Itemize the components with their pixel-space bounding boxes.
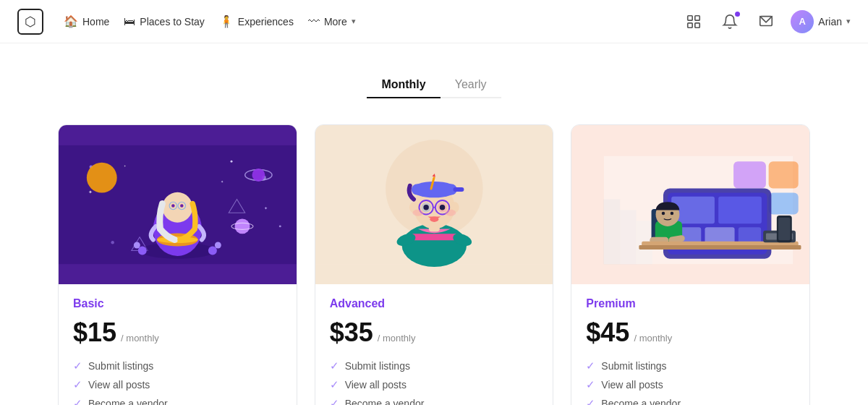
svg-point-52 <box>423 205 428 210</box>
experiences-icon: 🧍 <box>219 14 234 28</box>
chevron-down-icon: ▾ <box>352 17 356 26</box>
nav-label-places: Places to Stay <box>140 16 205 27</box>
svg-point-85 <box>671 212 673 215</box>
nav-item-experiences[interactable]: 🧍 Experiences <box>219 14 294 28</box>
svg-rect-44 <box>453 187 464 192</box>
home-icon: 🏠 <box>64 14 78 28</box>
feature-label: Submit listings <box>88 360 153 372</box>
billing-toggle: Monthly Yearly <box>58 72 810 98</box>
feature-label: View all posts <box>345 379 407 391</box>
notifications-button[interactable] <box>718 10 741 33</box>
svg-point-57 <box>412 210 423 216</box>
plan-body-advanced: Advanced $35 / monthly ✓ Submit listings… <box>315 284 553 405</box>
user-avatar[interactable]: A Arian ▾ <box>791 10 851 33</box>
svg-rect-87 <box>639 245 801 250</box>
feature-label: Become a vendor <box>601 398 681 405</box>
check-icon: ✓ <box>586 397 595 405</box>
svg-rect-64 <box>733 161 766 188</box>
message-icon <box>758 14 774 30</box>
list-item: ✓ Submit listings <box>330 359 539 372</box>
price-amount-basic: $15 <box>73 317 116 348</box>
check-icon: ✓ <box>73 397 82 405</box>
grid-button[interactable] <box>682 10 705 33</box>
toggle-tabs: Monthly Yearly <box>367 72 501 98</box>
svg-rect-67 <box>769 193 799 215</box>
list-item: ✓ Become a vendor <box>330 397 539 405</box>
plan-name-advanced: Advanced <box>330 297 539 310</box>
svg-point-58 <box>445 210 456 216</box>
bed-icon: 🛏 <box>124 15 135 28</box>
svg-rect-75 <box>718 197 762 223</box>
svg-rect-0 <box>688 15 692 20</box>
price-amount-premium: $45 <box>586 317 629 348</box>
nav-label-home: Home <box>82 16 109 27</box>
svg-text:✦: ✦ <box>88 189 93 195</box>
feature-label: Become a vendor <box>345 398 425 405</box>
list-item: ✓ View all posts <box>73 378 282 391</box>
svg-point-21 <box>171 204 174 207</box>
list-item: ✓ Become a vendor <box>73 397 282 405</box>
svg-point-8 <box>231 161 233 163</box>
check-icon: ✓ <box>330 378 339 391</box>
feature-label: Become a vendor <box>88 398 168 405</box>
plan-card-premium: Premium $45 / monthly ✓ Submit listings … <box>571 124 810 405</box>
feature-label: View all posts <box>88 379 150 391</box>
price-amount-advanced: $35 <box>330 317 373 348</box>
plan-name-premium: Premium <box>586 297 795 310</box>
svg-rect-2 <box>688 22 692 27</box>
list-item: ✓ View all posts <box>330 378 539 391</box>
navbar: ⬡ 🏠 Home 🛏 Places to Stay 🧍 Experiences … <box>0 0 868 43</box>
tab-monthly[interactable]: Monthly <box>367 72 440 98</box>
plan-image-basic: ✦ ✦ ✦ ✦ <box>59 125 297 284</box>
plan-name-basic: Basic <box>73 297 282 310</box>
svg-point-13 <box>87 163 117 193</box>
svg-point-84 <box>662 212 665 215</box>
feature-label: Submit listings <box>601 360 666 372</box>
list-item: ✓ Submit listings <box>73 359 282 372</box>
grid-icon <box>686 14 702 30</box>
logo[interactable]: ⬡ <box>17 9 43 35</box>
svg-point-53 <box>439 205 444 210</box>
check-icon: ✓ <box>330 359 339 372</box>
svg-rect-43 <box>412 184 457 195</box>
nav-links: 🏠 Home 🛏 Places to Stay 🧍 Experiences 〰 … <box>64 14 356 28</box>
navbar-left: ⬡ 🏠 Home 🛏 Places to Stay 🧍 Experiences … <box>17 9 356 35</box>
nav-item-home[interactable]: 🏠 Home <box>64 14 109 28</box>
avatar-initials: A <box>799 16 806 27</box>
plan-price-premium: $45 / monthly <box>586 317 795 348</box>
svg-point-28 <box>215 242 221 249</box>
main-content: Monthly Yearly <box>0 43 868 405</box>
user-chevron-icon: ▾ <box>846 17 851 26</box>
svg-rect-1 <box>695 15 699 20</box>
svg-point-27 <box>208 247 217 255</box>
plan-body-basic: Basic $15 / monthly ✓ Submit listings ✓ … <box>59 284 297 405</box>
svg-rect-3 <box>695 22 699 27</box>
pricing-cards: ✦ ✦ ✦ ✦ Basic $15 / monthly ✓ Submit lis… <box>58 124 810 405</box>
user-name: Arian <box>818 16 842 27</box>
nav-item-places[interactable]: 🛏 Places to Stay <box>124 15 205 28</box>
features-premium: ✓ Submit listings ✓ View all posts ✓ Bec… <box>586 359 795 405</box>
avatar: A <box>791 10 814 33</box>
svg-point-12 <box>252 169 265 182</box>
check-icon: ✓ <box>73 359 82 372</box>
nav-label-more: More <box>324 16 347 27</box>
messages-button[interactable] <box>754 10 778 33</box>
svg-point-54 <box>430 216 438 221</box>
list-item: ✓ Become a vendor <box>586 397 795 405</box>
logo-icon: ⬡ <box>17 9 43 35</box>
check-icon: ✓ <box>73 378 82 391</box>
svg-text:✦: ✦ <box>264 206 268 210</box>
svg-point-20 <box>162 192 192 223</box>
price-period-basic: / monthly <box>121 333 159 344</box>
feature-label: View all posts <box>601 379 663 391</box>
notification-dot <box>735 12 740 17</box>
svg-rect-91 <box>778 218 790 240</box>
tab-yearly[interactable]: Yearly <box>441 72 501 98</box>
features-advanced: ✓ Submit listings ✓ View all posts ✓ Bec… <box>330 359 539 405</box>
svg-point-22 <box>180 204 183 207</box>
feature-label: Submit listings <box>345 360 410 372</box>
navbar-right: A Arian ▾ <box>682 10 851 33</box>
nav-item-more[interactable]: 〰 More ▾ <box>308 15 356 28</box>
svg-rect-65 <box>769 161 799 188</box>
features-basic: ✓ Submit listings ✓ View all posts ✓ Bec… <box>73 359 282 405</box>
